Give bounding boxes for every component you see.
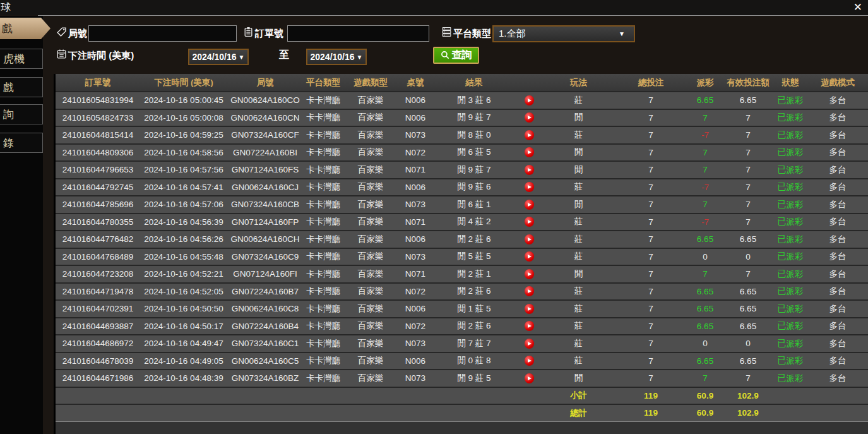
cell-bet-time: 2024-10-16 04:52:05 [140, 284, 227, 300]
cell-order-id: 241016044693887 [56, 318, 140, 335]
sidebar-item[interactable]: 戲 [0, 77, 43, 97]
play-video-button[interactable] [525, 200, 534, 210]
play-video-button[interactable] [525, 234, 534, 244]
cell-bet-time: 2024-10-16 04:50:17 [140, 318, 227, 335]
cell-table-no: N073 [398, 196, 433, 213]
cell-play-method: 莊 [543, 335, 614, 352]
cell-play-method: 莊 [543, 353, 614, 370]
cell-result: 閒 5 莊 5 [433, 249, 515, 265]
play-video-button[interactable] [525, 165, 534, 175]
cell-platform: 卡卡灣廳 [303, 266, 343, 282]
cell-game-mode: 多台 [807, 214, 868, 231]
play-video-button[interactable] [525, 95, 534, 105]
play-video-button[interactable] [525, 321, 534, 331]
cell-platform: 卡卡灣廳 [303, 162, 343, 178]
date-from-select[interactable]: 2024/10/16 ▼ [188, 49, 249, 65]
cell-bet-time: 2024-10-16 04:52:21 [140, 266, 227, 282]
cell-table-no: N073 [398, 335, 433, 352]
play-video-button[interactable] [525, 269, 534, 279]
play-icon [528, 133, 532, 137]
cell-round-id: GN00624A160C5 [227, 353, 303, 370]
cell-payout: 0 [687, 335, 723, 352]
table-row: 2410160447764822024-10-16 04:56:26GN0062… [56, 230, 868, 248]
cell-play-method: 閒 [543, 196, 614, 213]
play-video-button[interactable] [525, 147, 534, 157]
cell-total-bet: 7 [614, 301, 687, 317]
titlebar-divider [38, 15, 868, 16]
cell-game-type: 百家樂 [343, 162, 398, 178]
cell-order-id: 241016044702391 [56, 301, 140, 317]
cell-round-id: GN07324A160BZ [227, 370, 303, 387]
order-no-input[interactable] [287, 25, 429, 42]
cell-round-id: GN07324A160C9 [227, 249, 303, 265]
cell-total-bet: 7 [614, 179, 687, 196]
cell-status: 已派彩 [773, 284, 807, 300]
cell-table-no: N006 [398, 110, 433, 126]
cell-payout: 6.65 [687, 353, 723, 370]
subtotal-bet-time [140, 388, 227, 404]
cell-play-method: 閒 [543, 266, 614, 282]
cell-valid-bet: 7 [723, 370, 773, 387]
cell-game-mode: 多台 [807, 127, 868, 143]
column-header: 派彩 [687, 74, 723, 91]
play-video-button[interactable] [525, 251, 534, 262]
cell-table-no: N006 [398, 301, 433, 317]
cell-result: 閒 8 莊 0 [433, 127, 515, 143]
column-header: 有效投注額 [723, 74, 773, 91]
sidebar-item[interactable]: 詢 [0, 104, 43, 124]
cell-order-id: 241016044671986 [56, 370, 140, 387]
cell-order-id: 241016044780355 [56, 214, 140, 231]
cell-payout: 6.65 [687, 231, 723, 248]
play-video-button[interactable] [525, 373, 534, 383]
table-header-row: 訂單號下注時間 (美東)局號平台類型遊戲類型桌號結果玩法總投注派彩有效投注額狀態… [56, 74, 868, 91]
table-row: 2410160446938872024-10-16 04:50:17GN0722… [56, 317, 868, 335]
column-header: 遊戲類型 [343, 74, 398, 91]
bet-records-window: 球 ✕ 戲虎機戲詢錄 局號 訂單號 平台類型 1.全部 ▼ [0, 0, 868, 434]
play-video-button[interactable] [525, 356, 534, 366]
play-video-button[interactable] [525, 217, 534, 227]
cell-total-bet: 7 [614, 196, 687, 213]
play-video-button[interactable] [525, 304, 534, 314]
cell-valid-bet: 6.65 [723, 318, 773, 335]
cell-status: 已派彩 [773, 145, 807, 161]
cell-round-id: GN07224A160B4 [227, 318, 303, 335]
search-icon [441, 51, 450, 60]
column-header [515, 74, 543, 91]
cell-game-type: 百家樂 [343, 266, 398, 282]
date-to-select[interactable]: 2024/10/16 ▼ [306, 49, 367, 65]
round-no-input[interactable] [88, 25, 237, 42]
cell-play-method: 閒 [543, 145, 614, 161]
platform-type-select[interactable]: 1.全部 ▼ [492, 25, 635, 42]
cell-game-mode: 多台 [807, 318, 868, 335]
play-video-button[interactable] [525, 130, 534, 140]
table-bottom-divider [56, 421, 868, 422]
play-video-button[interactable] [525, 112, 534, 123]
cell-bet-time: 2024-10-16 04:49:47 [140, 335, 227, 352]
subtotal-platform [303, 388, 343, 404]
close-icon[interactable]: ✕ [853, 1, 862, 15]
cell-status: 已派彩 [773, 335, 807, 352]
play-video-button[interactable] [525, 182, 534, 192]
cell-bet-time: 2024-10-16 04:49:05 [140, 353, 227, 370]
cell-payout: 6.65 [687, 301, 723, 317]
cell-valid-bet: 7 [723, 110, 773, 126]
sidebar-item-active[interactable]: 戲 [0, 18, 51, 39]
play-video-button[interactable] [525, 286, 534, 296]
cell-play [515, 110, 543, 126]
grand-total-total-bet: 119 [614, 405, 687, 421]
grand-total-platform [303, 405, 343, 421]
subtotal-round-id [227, 388, 303, 404]
cell-table-no: N006 [398, 92, 433, 109]
date-to-value: 2024/10/16 [311, 52, 355, 62]
cell-total-bet: 7 [614, 231, 687, 248]
sidebar-item[interactable]: 虎機 [0, 49, 43, 69]
play-video-button[interactable] [525, 339, 534, 349]
cell-valid-bet: 6.65 [723, 301, 773, 317]
search-button[interactable]: 查詢 [433, 47, 479, 64]
play-icon [528, 289, 532, 293]
column-header: 結果 [433, 74, 515, 91]
sidebar-item[interactable]: 錄 [0, 133, 43, 153]
cell-platform: 卡卡灣廳 [303, 214, 343, 231]
cell-bet-time: 2024-10-16 04:57:41 [140, 179, 227, 196]
cell-order-id: 241016044792745 [56, 179, 140, 196]
